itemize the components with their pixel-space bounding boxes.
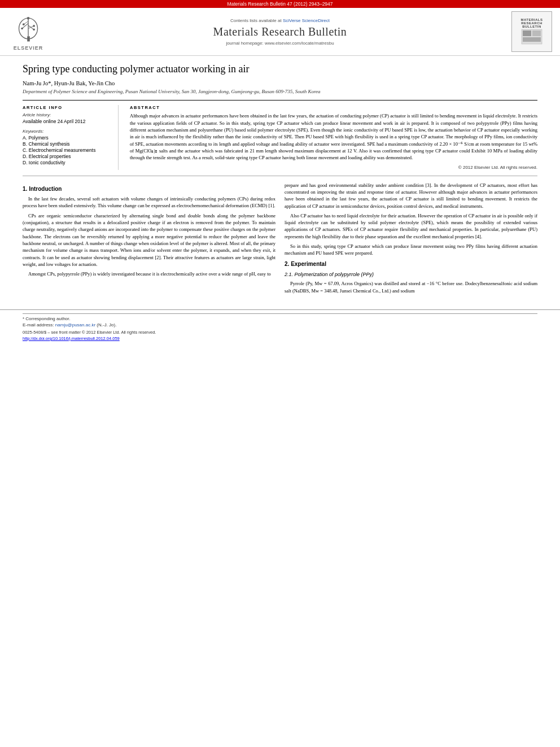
elsevier-logo: ELSEVIER: [6, 11, 51, 52]
corresponding-author: * Corresponding author.: [23, 316, 537, 321]
elsevier-wordmark: ELSEVIER: [14, 45, 43, 51]
section-1-heading: 1. Introduction: [23, 185, 275, 194]
svg-rect-14: [532, 30, 541, 36]
email-label: E-mail address:: [23, 322, 54, 327]
authors-line: Nam-Ju Jo*, Hyun-Ju Bak, Ye-Jin Cho: [23, 80, 537, 86]
contents-text: Contents lists available at: [230, 18, 282, 23]
svg-point-9: [22, 23, 24, 25]
elsevier-tree-icon: [13, 13, 44, 44]
right-para-3: So in this study, spring type CP actuato…: [285, 243, 537, 257]
footer-area: * Corresponding author. E-mail address: …: [0, 309, 560, 344]
body-section: 1. Introduction In the last few decades,…: [23, 182, 537, 297]
journal-logo-box: MATERIALSRESEARCHBULLETIN: [511, 11, 552, 52]
keyword-1: A. Polymers: [23, 135, 112, 141]
footer-divider: [23, 313, 537, 314]
doi-link[interactable]: http://dx.doi.org/10.1016/j.materresbull…: [23, 336, 120, 341]
abstract-text: Although major advances in actuator perf…: [130, 112, 537, 161]
svg-point-8: [33, 28, 35, 30]
journal-bar: Materials Research Bulletin 47 (2012) 29…: [0, 0, 560, 8]
article-title: Spring type conducting polymer actuator …: [23, 63, 537, 76]
authors-text: Nam-Ju Jo*, Hyun-Ju Bak, Ye-Jin Cho: [23, 80, 115, 86]
sciverse-line: Contents lists available at SciVerse Sci…: [230, 18, 330, 23]
available-date: Available online 24 April 2012: [23, 119, 112, 124]
history-label: Article history:: [23, 112, 112, 117]
article-info-label: Article Info: [23, 105, 112, 110]
keyword-5: D. Ionic conductivity: [23, 160, 112, 165]
article-info-col: Article Info Article history: Available …: [23, 105, 119, 169]
right-para-2: Also CP actuator has to need liquid elec…: [285, 212, 537, 240]
svg-rect-15: [523, 37, 541, 42]
journal-logo-right: MATERIALSRESEARCHBULLETIN: [509, 11, 554, 52]
doi-line: http://dx.doi.org/10.1016/j.materresbull…: [23, 336, 537, 341]
issn-line: 0025-5408/$ – see front matter © 2012 El…: [23, 330, 537, 335]
svg-point-10: [33, 25, 35, 27]
email-suffix: (N.-J. Jo).: [97, 322, 116, 327]
page-header: ELSEVIER Contents lists available at Sci…: [0, 8, 560, 56]
affiliation: Department of Polymer Science and Engine…: [23, 89, 537, 94]
svg-point-11: [27, 16, 29, 19]
article-info-abstract: Article Info Article history: Available …: [23, 100, 537, 169]
copyright: © 2012 Elsevier Ltd. All rights reserved…: [130, 165, 537, 170]
keyword-4: D. Electrical properties: [23, 154, 112, 159]
section-2-1-heading: 2.1. Polymerization of polypyrrole (PPy): [285, 271, 537, 278]
body-right-col: prepare and has good environmental stabi…: [285, 182, 537, 297]
keyword-2: B. Chemical synthesis: [23, 141, 112, 147]
email-footnote: E-mail address: namju@pusan.ac.kr (N.-J.…: [23, 322, 537, 327]
journal-homepage: journal homepage: www.elsevier.com/locat…: [226, 41, 334, 46]
svg-rect-13: [523, 30, 531, 36]
abstract-col: ABSTRACT Although major advances in actu…: [130, 105, 537, 169]
journal-bar-text: Materials Research Bulletin 47 (2012) 29…: [227, 1, 333, 7]
keywords-list: A. Polymers B. Chemical synthesis C. Ele…: [23, 135, 112, 165]
article-content: Spring type conducting polymer actuator …: [0, 56, 560, 304]
section-divider: [23, 176, 537, 176]
logo-top-text: MATERIALSRESEARCHBULLETIN: [520, 18, 542, 28]
abstract-label: ABSTRACT: [130, 105, 537, 110]
keywords-label: Keywords:: [23, 129, 112, 134]
keyword-3: C. Electrochemical measurements: [23, 147, 112, 153]
section-2-heading: 2. Experimental: [285, 260, 537, 269]
intro-para-1: In the last few decades, several soft ac…: [23, 195, 275, 209]
intro-para-3: Amongst CPs, polypyrrole (PPy) is widely…: [23, 270, 275, 277]
journal-header-center: Contents lists available at SciVerse Sci…: [56, 11, 504, 52]
sciverse-link[interactable]: SciVerse ScienceDirect: [283, 18, 330, 23]
logo-graphic: [520, 28, 543, 45]
right-para-1: prepare and has good environmental stabi…: [285, 182, 537, 209]
email-link[interactable]: namju@pusan.ac.kr: [55, 322, 95, 327]
section-2-1-text: Pyrrole (Py, Mw = 67.09, Acros Organics)…: [285, 280, 537, 294]
journal-title: Materials Research Bulletin: [213, 25, 347, 38]
intro-para-2: CPs are organic semiconductor characteri…: [23, 212, 275, 268]
svg-point-7: [21, 27, 23, 29]
body-left-col: 1. Introduction In the last few decades,…: [23, 182, 275, 297]
